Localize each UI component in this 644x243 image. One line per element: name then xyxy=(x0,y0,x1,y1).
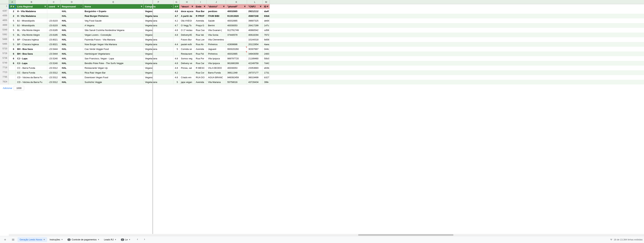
cell-M[interactable]: b327 xyxy=(263,75,270,80)
cell-K[interactable]: 37440579 xyxy=(226,32,247,37)
cell-L[interactable]: 36019499 xyxy=(247,75,263,80)
cell-C[interactable]: -23.6021 xyxy=(47,42,60,47)
cell-E[interactable]: Fazenda Futuro - Vila Mariana xyxy=(83,37,144,42)
column-header-E[interactable]: E xyxy=(83,0,144,4)
cell-K[interactable]: 40032665 xyxy=(226,9,247,14)
row-header[interactable]: 5720 xyxy=(0,47,9,51)
cell-I[interactable]: Rua Cav xyxy=(194,28,207,32)
cell-D[interactable]: HAL xyxy=(60,56,83,61)
cell-K[interactable] xyxy=(226,37,247,42)
cell-L[interactable]: 40660542 xyxy=(247,28,263,32)
cell-D[interactable]: HAL xyxy=(60,66,83,70)
header-cell-J[interactable]: "district" xyxy=(207,4,226,9)
cell-L[interactable]: 39697325 xyxy=(247,18,263,23)
cell-F[interactable]: Vegetariana xyxy=(144,14,174,18)
cell-B[interactable]: CD - Várzea da Barra Fu xyxy=(16,80,47,84)
cell-D[interactable]: HAL xyxy=(60,14,83,18)
column-header-G[interactable]: G xyxy=(174,0,180,4)
cell-I[interactable]: R MESC xyxy=(194,66,207,70)
header-cell-L[interactable]: "CNPJ xyxy=(247,4,263,9)
cell-F[interactable]: Vegana xyxy=(144,51,174,56)
cell-B[interactable]: BH - Boa Sava xyxy=(16,47,47,51)
cell-J[interactable]: Vila Ipojuca xyxy=(207,56,226,61)
cell-C[interactable] xyxy=(47,14,60,18)
cell-G[interactable]: 4.8 xyxy=(174,32,180,37)
cell-D[interactable]: HAL xyxy=(60,9,83,14)
tab-nav-next[interactable] xyxy=(142,237,147,242)
cell-A[interactable]: 5 xyxy=(9,37,16,42)
row-header[interactable]: 5495 xyxy=(0,42,9,47)
scrollbar-thumb[interactable] xyxy=(358,234,454,236)
column-header-C[interactable]: C xyxy=(47,0,60,4)
cell-C[interactable]: -23.6185 xyxy=(47,28,60,32)
cell-I[interactable]: Rua Fid xyxy=(194,51,207,56)
chevron-down-icon[interactable]: ▼ xyxy=(114,239,116,241)
cell-L[interactable]: 26417299 xyxy=(247,23,263,28)
freeze-pane-divider[interactable] xyxy=(152,0,153,234)
cell-K[interactable]: 911913020 xyxy=(226,14,247,18)
cell-K[interactable]: 40030053 xyxy=(226,23,247,28)
cell-D[interactable]: HAL xyxy=(60,32,83,37)
cell-M[interactable]: 7d42 xyxy=(263,61,270,66)
cell-C[interactable]: -23.5444 xyxy=(47,47,60,51)
cell-G[interactable]: 4.8 xyxy=(174,61,180,66)
chevron-down-icon[interactable]: ▼ xyxy=(61,239,63,241)
cell-H[interactable]: pastel esfir xyxy=(180,42,194,47)
header-cell-E[interactable]: Nome xyxy=(83,4,144,9)
cell-C[interactable]: -23.6185 xyxy=(47,32,60,37)
cell-C[interactable]: -23.5240 xyxy=(47,56,60,61)
cell-H[interactable]: Comida se xyxy=(180,47,194,51)
row-header[interactable]: 4355 xyxy=(0,14,9,18)
tab-nav-prev[interactable] xyxy=(135,237,140,242)
column-header-F[interactable]: F xyxy=(144,0,174,4)
cell-E[interactable]: Hambúrguer Vegetariano xyxy=(83,51,144,56)
cell-D[interactable]: HAL xyxy=(60,42,83,47)
cell-H[interactable]: Olá #VEGI xyxy=(180,18,194,23)
cell-G[interactable]: 4.2 xyxy=(174,18,180,23)
cell-G[interactable]: 4.8 xyxy=(174,66,180,70)
filter-active-icon[interactable] xyxy=(80,5,82,8)
cell-A[interactable] xyxy=(9,75,16,80)
cell-E[interactable]: Restaurante Vegan Up xyxy=(83,66,144,70)
filter-icon[interactable] xyxy=(222,5,225,8)
cell-F[interactable]: Vegana xyxy=(144,66,174,70)
cell-F[interactable]: Vegetariana xyxy=(144,61,174,66)
cell-I[interactable]: Rua Loe xyxy=(194,37,207,42)
cell-B[interactable]: BP - Chacara Inglesa xyxy=(16,42,47,47)
cell-K[interactable]: 40032665 xyxy=(226,51,247,56)
cell-G[interactable] xyxy=(174,51,180,56)
cell-A[interactable]: 2 xyxy=(9,14,16,18)
cell-M[interactable]: da4f xyxy=(263,9,270,14)
cell-J[interactable]: Saúde xyxy=(207,18,226,23)
cell-D[interactable]: HAL xyxy=(60,18,83,23)
header-cell-B[interactable]: Lista Regional xyxy=(16,4,47,9)
cell-L[interactable]: 45807248 xyxy=(247,14,263,18)
cell-G[interactable]: 4.6 xyxy=(174,9,180,14)
cell-B[interactable]: CC - Barra Funda xyxy=(16,66,47,70)
cell-A[interactable] xyxy=(9,80,16,84)
cell-I[interactable]: Rua Cor xyxy=(194,70,207,75)
cell-F[interactable]: Vegetariana xyxy=(144,56,174,61)
cell-E[interactable]: A Vegana xyxy=(83,23,144,28)
cell-J[interactable]: Pinheiros xyxy=(207,51,226,56)
cell-M[interactable]: de64 xyxy=(263,18,270,23)
cell-L[interactable]: 43728434 xyxy=(247,80,263,84)
chevron-down-icon[interactable]: ▼ xyxy=(43,239,45,241)
cell-I[interactable]: Rua Por xyxy=(194,56,207,61)
cell-C[interactable]: -23.5444 xyxy=(47,51,60,56)
cell-D[interactable]: HAL xyxy=(60,23,83,28)
cell-A[interactable] xyxy=(9,66,16,70)
cell-G[interactable]: 5 xyxy=(174,47,180,51)
header-cell-I[interactable]: Ende xyxy=(194,4,207,9)
cell-G[interactable]: 4.6 xyxy=(174,75,180,80)
cell-E[interactable]: Vegan Lovers - Conceição xyxy=(83,32,144,37)
header-cell-G[interactable]: A xyxy=(174,4,180,9)
cell-C[interactable]: -23.5312 xyxy=(47,66,60,70)
cell-I[interactable]: Rua Val xyxy=(194,32,207,37)
cell-M[interactable]: 2483 xyxy=(263,51,270,56)
cell-A[interactable] xyxy=(9,70,16,75)
filter-icon[interactable] xyxy=(140,5,143,8)
cell-F[interactable]: Vegana xyxy=(144,70,174,75)
cell-F[interactable]: Vegana xyxy=(144,75,174,80)
all-sheets-button[interactable] xyxy=(10,237,17,242)
